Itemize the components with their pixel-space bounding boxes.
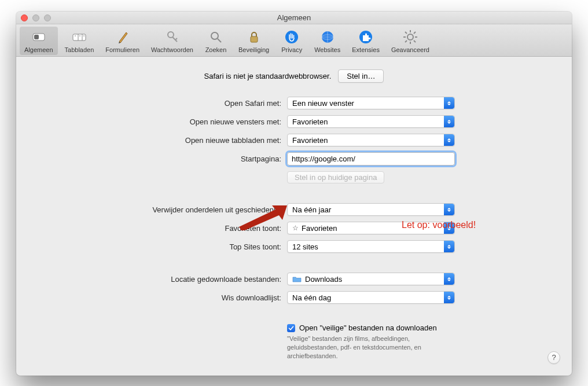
svg-line-22 xyxy=(414,41,416,42)
tab-label: Geavanceerd xyxy=(391,46,429,53)
topsites-label: Top Sites toont: xyxy=(32,242,287,251)
new-tabs-select[interactable]: Favorieten xyxy=(287,134,455,146)
svg-line-23 xyxy=(405,41,407,42)
switch-icon xyxy=(31,29,47,45)
svg-point-6 xyxy=(79,35,80,36)
tab-general[interactable]: Algemeen xyxy=(20,27,58,55)
select-value: Favorieten xyxy=(292,136,328,145)
topsites-select[interactable]: 12 sites xyxy=(287,240,455,253)
tab-label: Websites xyxy=(314,46,340,53)
zoom-icon[interactable] xyxy=(44,14,51,21)
general-form: Open Safari met: Een nieuw venster Open … xyxy=(32,97,556,361)
chevron-updown-icon xyxy=(444,116,454,127)
pen-icon xyxy=(115,29,131,45)
svg-rect-2 xyxy=(73,34,86,41)
tab-passwords[interactable]: Wachtwoorden xyxy=(146,27,198,55)
tab-label: Tabbladen xyxy=(65,46,94,53)
tab-websites[interactable]: Websites xyxy=(310,27,345,55)
clear-downloads-label: Wis downloadlijst: xyxy=(32,293,287,302)
check-icon xyxy=(288,325,294,331)
star-icon: ☆ xyxy=(292,224,299,232)
magnifier-icon xyxy=(208,29,224,45)
set-current-page-button[interactable]: Stel in op huidige pagina xyxy=(287,171,384,183)
safe-open-checkbox[interactable] xyxy=(287,324,295,332)
tab-advanced[interactable]: Geavanceerd xyxy=(387,27,434,55)
prefs-toolbar: Algemeen Tabbladen Formulieren Wachtwoor… xyxy=(16,24,572,57)
svg-point-16 xyxy=(407,34,413,40)
minimize-icon[interactable] xyxy=(32,14,39,21)
open-safari-with-select[interactable]: Een nieuw venster xyxy=(287,97,455,109)
tab-search[interactable]: Zoeken xyxy=(200,27,231,55)
tabs-icon xyxy=(71,29,87,45)
annotation-text: Let op: voorbeeld! xyxy=(402,220,476,230)
key-icon xyxy=(164,29,181,45)
traffic-lights xyxy=(21,14,51,21)
globe-icon xyxy=(319,29,336,45)
tab-autofill[interactable]: Formulieren xyxy=(101,27,144,55)
select-value: Na één jaar xyxy=(292,205,331,214)
folder-icon xyxy=(292,275,302,282)
safe-open-label: Open "veilige" bestanden na downloaden xyxy=(299,323,437,332)
download-location-select[interactable]: Downloads xyxy=(287,273,455,285)
svg-point-5 xyxy=(75,35,76,36)
tab-label: Zoeken xyxy=(205,46,227,53)
tab-privacy[interactable]: Privacy xyxy=(276,27,307,55)
homepage-input[interactable] xyxy=(287,152,455,166)
chevron-updown-icon xyxy=(444,241,454,252)
puzzle-icon xyxy=(358,29,374,45)
svg-line-21 xyxy=(405,32,407,34)
set-default-button[interactable]: Stel in… xyxy=(338,69,384,83)
tab-label: Formulieren xyxy=(105,46,139,53)
tab-label: Extensies xyxy=(352,46,380,53)
select-value: Een nieuw venster xyxy=(292,99,354,108)
download-location-label: Locatie gedownloade bestanden: xyxy=(32,275,287,284)
new-windows-select[interactable]: Favorieten xyxy=(287,115,455,128)
select-value: 12 sites xyxy=(292,242,318,251)
hand-icon xyxy=(284,29,300,45)
titlebar: Algemeen xyxy=(16,12,572,24)
preferences-window: Algemeen Algemeen Tabbladen Formulieren xyxy=(16,12,572,376)
svg-line-24 xyxy=(414,32,416,34)
chevron-updown-icon xyxy=(444,273,454,285)
tab-label: Beveiliging xyxy=(238,46,269,53)
tab-security[interactable]: Beveiliging xyxy=(234,27,274,55)
select-value: Na één dag xyxy=(292,293,331,302)
default-browser-text: Safari is niet je standaardwebbrowser. xyxy=(204,72,332,80)
svg-point-7 xyxy=(83,35,84,36)
tab-extensions[interactable]: Extensies xyxy=(347,27,384,55)
select-value: Favorieten xyxy=(302,224,337,233)
annotation-arrow-icon xyxy=(236,203,288,230)
tab-tabs[interactable]: Tabbladen xyxy=(60,27,99,55)
gear-icon xyxy=(402,29,418,45)
window-title: Algemeen xyxy=(16,13,572,22)
safe-open-hint: "Veilige" bestanden zijn films, afbeeldi… xyxy=(287,334,455,361)
lock-icon xyxy=(246,29,262,45)
close-icon[interactable] xyxy=(21,14,28,21)
chevron-updown-icon xyxy=(444,134,454,146)
tab-label: Algemeen xyxy=(24,46,53,53)
chevron-updown-icon xyxy=(444,292,454,303)
chevron-updown-icon xyxy=(444,204,454,215)
svg-line-10 xyxy=(218,39,221,42)
svg-point-9 xyxy=(211,32,218,39)
tab-label: Privacy xyxy=(281,46,302,53)
chevron-updown-icon xyxy=(444,97,454,109)
general-pane: Safari is niet je standaardwebbrowser. S… xyxy=(16,57,572,376)
clear-downloads-select[interactable]: Na één dag xyxy=(287,291,455,304)
tab-label: Wachtwoorden xyxy=(151,46,193,53)
select-value: Downloads xyxy=(305,275,342,284)
default-browser-row: Safari is niet je standaardwebbrowser. S… xyxy=(32,69,556,83)
homepage-label: Startpagina: xyxy=(32,155,287,163)
new-windows-label: Open nieuwe vensters met: xyxy=(32,117,287,126)
remove-history-select[interactable]: Na één jaar xyxy=(287,203,455,216)
new-tabs-label: Open nieuwe tabbladen met: xyxy=(32,136,287,145)
open-safari-with-label: Open Safari met: xyxy=(32,99,287,108)
svg-rect-11 xyxy=(251,36,258,42)
help-button[interactable]: ? xyxy=(547,351,560,364)
svg-rect-1 xyxy=(34,35,39,39)
help-label: ? xyxy=(552,353,556,362)
select-value: Favorieten xyxy=(292,117,328,126)
